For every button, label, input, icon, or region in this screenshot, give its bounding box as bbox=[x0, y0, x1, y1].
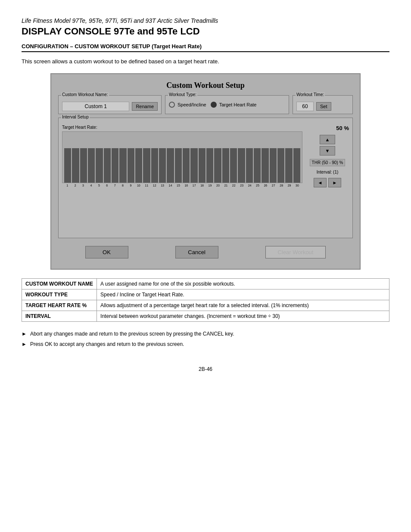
bar-num-17: 17 bbox=[191, 184, 198, 187]
note-arrow-icon: ► bbox=[22, 330, 27, 338]
notes: ►Abort any changes made and return to th… bbox=[22, 330, 389, 349]
bar-num-11: 11 bbox=[143, 184, 150, 187]
bar-3 bbox=[80, 148, 87, 183]
bar-16 bbox=[183, 148, 190, 183]
target-hr-label: Target Heart Rate: bbox=[62, 125, 302, 130]
table-row: TARGET HEART RATE %Allows adjustment of … bbox=[22, 300, 389, 311]
up-arrow-button[interactable]: ▲ bbox=[320, 135, 335, 144]
bar-num-2: 2 bbox=[72, 184, 78, 187]
bar-numbers: 1234567891011121314151617181920212223242… bbox=[62, 184, 302, 187]
bar-9 bbox=[128, 148, 134, 183]
bar-25 bbox=[254, 148, 261, 183]
bar-num-26: 26 bbox=[262, 184, 269, 187]
time-panel-label: Workout Time: bbox=[296, 92, 325, 97]
interval-display-label: Interval: (1) bbox=[317, 170, 339, 174]
page-number: 2B-46 bbox=[22, 366, 389, 372]
thr-radio[interactable]: Target Heart Rate bbox=[211, 102, 257, 108]
doc-subtitle: Life Fitness Model 97Te, 95Te, 97Ti, 95T… bbox=[22, 17, 389, 24]
screen-container: Custom Workout Setup Custom Workout Name… bbox=[50, 73, 361, 270]
bar-2 bbox=[72, 148, 79, 183]
type-panel-label: Workout Type: bbox=[168, 92, 197, 97]
rename-button[interactable]: Rename bbox=[132, 102, 158, 111]
bar-6 bbox=[104, 148, 111, 183]
name-panel: Custom Workout Name: Custom 1 Rename bbox=[58, 95, 162, 114]
bar-5 bbox=[96, 148, 103, 183]
bar-num-25: 25 bbox=[254, 184, 261, 187]
bar-num-24: 24 bbox=[246, 184, 253, 187]
controls-area: 50 % ▲ ▼ THR (50 - 90) % Interval: (1) ◄… bbox=[306, 125, 349, 187]
bar-num-29: 29 bbox=[286, 184, 293, 187]
table-row: INTERVALInterval between workout paramet… bbox=[22, 311, 389, 322]
bar-num-9: 9 bbox=[127, 184, 134, 187]
bar-24 bbox=[246, 148, 253, 183]
bar-23 bbox=[238, 148, 245, 183]
bar-26 bbox=[262, 148, 268, 183]
bar-7 bbox=[112, 148, 118, 183]
bar-num-28: 28 bbox=[278, 184, 285, 187]
bar-num-22: 22 bbox=[230, 184, 237, 187]
down-arrow-button[interactable]: ▼ bbox=[320, 146, 335, 156]
thr-radio-circle[interactable] bbox=[211, 102, 217, 108]
note-item: ►Press OK to accept any changes and retu… bbox=[22, 340, 389, 348]
bar-30 bbox=[293, 148, 300, 183]
type-panel: Workout Type: Speed/Incline Target Heart… bbox=[165, 95, 289, 114]
bar-num-16: 16 bbox=[183, 184, 190, 187]
bar-18 bbox=[199, 148, 206, 183]
lr-buttons: ◄ ► bbox=[314, 178, 341, 187]
interval-panel-label: Interval Setup bbox=[61, 115, 90, 119]
bar-num-3: 3 bbox=[80, 184, 87, 187]
bar-4 bbox=[88, 148, 95, 183]
name-input[interactable]: Custom 1 bbox=[62, 102, 129, 111]
clear-workout-button[interactable]: Clear Workout bbox=[265, 246, 326, 258]
bar-num-27: 27 bbox=[270, 184, 277, 187]
bar-num-21: 21 bbox=[222, 184, 229, 187]
time-panel: Workout Time: 60 Set bbox=[293, 95, 353, 114]
left-arrow-button[interactable]: ◄ bbox=[314, 178, 327, 187]
bar-27 bbox=[270, 148, 277, 183]
thr-label: Target Heart Rate bbox=[219, 102, 257, 107]
bar-num-6: 6 bbox=[103, 184, 110, 187]
type-row: Speed/Incline Target Heart Rate bbox=[169, 102, 285, 108]
up-down-buttons: ▲ ▼ bbox=[320, 135, 335, 156]
bar-20 bbox=[214, 148, 221, 183]
set-button[interactable]: Set bbox=[316, 102, 331, 111]
bar-1 bbox=[64, 148, 71, 183]
bar-13 bbox=[159, 148, 166, 183]
bar-num-5: 5 bbox=[96, 184, 103, 187]
table-definition: Allows adjustment of a percentage target… bbox=[97, 300, 389, 311]
table-definition: Speed / Incline or Target Heart Rate. bbox=[97, 289, 389, 300]
bar-19 bbox=[206, 148, 213, 183]
name-panel-label: Custom Workout Name: bbox=[61, 92, 109, 97]
table-definition: Interval between workout parameter chang… bbox=[97, 311, 389, 322]
note-arrow-icon: ► bbox=[22, 340, 27, 348]
ok-button[interactable]: OK bbox=[85, 246, 128, 258]
screen-title: Custom Workout Setup bbox=[58, 81, 353, 90]
bar-num-20: 20 bbox=[215, 184, 221, 187]
time-input[interactable]: 60 bbox=[296, 102, 314, 111]
pct-display: 50 % bbox=[306, 125, 349, 131]
time-row: 60 Set bbox=[296, 102, 349, 111]
table-term: CUSTOM WORKOUT NAME bbox=[22, 279, 97, 289]
chart-area: Target Heart Rate: 123456789101112131415… bbox=[62, 125, 302, 187]
description: This screen allows a custom workout to b… bbox=[22, 58, 389, 65]
table-row: WORKOUT TYPESpeed / Incline or Target He… bbox=[22, 289, 389, 300]
bar-num-12: 12 bbox=[151, 184, 158, 187]
section-header: CONFIGURATION – CUSTOM WORKOUT SETUP (Ta… bbox=[22, 43, 389, 52]
bar-num-4: 4 bbox=[87, 184, 94, 187]
bar-21 bbox=[222, 148, 229, 183]
interval-row: Interval Setup Target Heart Rate: 123456… bbox=[58, 118, 353, 238]
bar-11 bbox=[143, 148, 150, 183]
bar-num-14: 14 bbox=[167, 184, 174, 187]
bar-8 bbox=[119, 148, 126, 183]
right-arrow-button[interactable]: ► bbox=[328, 178, 341, 187]
note-text: Abort any changes made and return to the… bbox=[30, 330, 234, 338]
thr-range-label: THR (50 - 90) % bbox=[310, 159, 346, 166]
note-item: ►Abort any changes made and return to th… bbox=[22, 330, 389, 338]
note-text: Press OK to accept any changes and retur… bbox=[30, 340, 184, 348]
speed-incline-radio[interactable]: Speed/Incline bbox=[169, 102, 206, 108]
bar-num-30: 30 bbox=[294, 184, 301, 187]
speed-incline-radio-circle[interactable] bbox=[169, 102, 175, 108]
cancel-button[interactable]: Cancel bbox=[175, 246, 218, 258]
interval-panel: Interval Setup Target Heart Rate: 123456… bbox=[58, 118, 353, 238]
table-term: WORKOUT TYPE bbox=[22, 289, 97, 300]
